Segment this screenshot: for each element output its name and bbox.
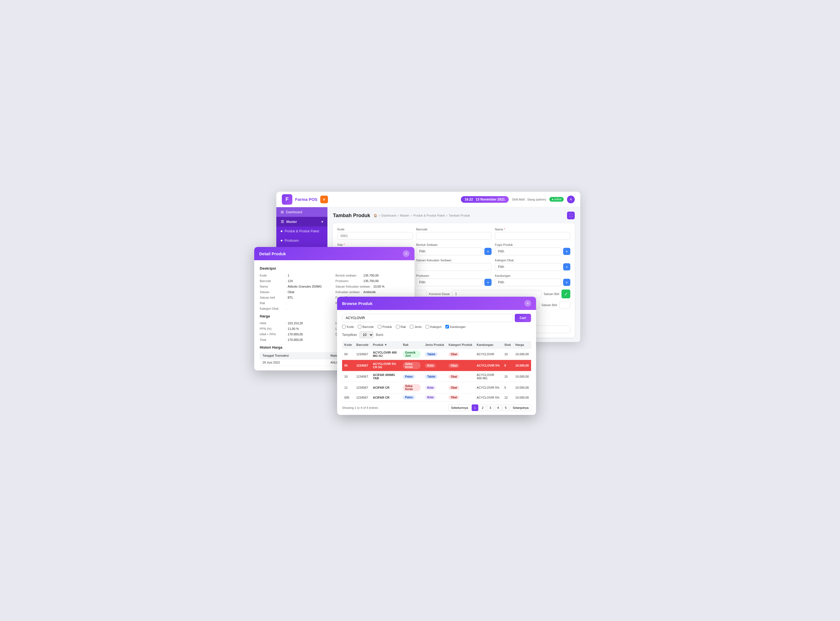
confirm-satuan-button[interactable]: ✓ bbox=[561, 289, 570, 298]
browse-modal-close-button[interactable]: × bbox=[525, 300, 531, 307]
barcode-input[interactable] bbox=[416, 232, 491, 240]
prev-page-button[interactable]: Sebelumnya bbox=[449, 404, 470, 411]
page-5-button[interactable]: 5 bbox=[503, 404, 509, 411]
satuan-kekuatan-detail-val: 10,00 % bbox=[373, 285, 384, 288]
browse-search-input[interactable] bbox=[342, 314, 512, 322]
filter-jenis[interactable]: Jenis bbox=[410, 325, 422, 329]
kekuatan-detail-key: Kekuatan sediaan bbox=[335, 290, 360, 294]
tampilkan-select[interactable]: 10 25 50 bbox=[359, 331, 374, 338]
detail-modal-close-button[interactable]: × bbox=[403, 250, 409, 257]
ppn-detail-val: 11,00 % bbox=[288, 327, 299, 330]
page-2-button[interactable]: 2 bbox=[479, 404, 486, 411]
tampilkan-row: Tampilkan 10 25 50 Baris bbox=[342, 331, 531, 338]
cari-button[interactable]: Cari bbox=[515, 314, 531, 322]
cell-kode: 11 bbox=[342, 382, 354, 393]
cell-barcode: 1234567 bbox=[354, 382, 371, 393]
cell-stok: 15 bbox=[502, 371, 513, 382]
close-window-button[interactable]: × bbox=[320, 195, 328, 203]
sidebar-item-dashboard[interactable]: ⊞ Dashboard bbox=[276, 207, 328, 217]
fungsi-produk-select[interactable]: Pilih bbox=[495, 247, 561, 255]
search-row: Cari bbox=[342, 314, 531, 322]
kandungan-select[interactable]: Pilih bbox=[495, 279, 561, 286]
satuan-kekuatan-label: Satuan Kekuatan Sediaan bbox=[416, 259, 491, 262]
satuan-kekuatan-input[interactable] bbox=[416, 263, 491, 271]
nama-detail-row: Nama : Abbotic Granules 250MG bbox=[260, 284, 333, 289]
expand-button[interactable]: ⛶ bbox=[567, 212, 575, 219]
hna-detail-row: HNA : 153.153,20 bbox=[260, 321, 333, 326]
ppn-detail-key: PPN (%) bbox=[260, 327, 285, 330]
kandungan-label: Kandungan bbox=[495, 274, 570, 277]
produsen-select[interactable]: Pilih bbox=[416, 279, 483, 286]
table-row[interactable]: 04 1234567 ACYCLOVIR 400 MG HJ Generik J… bbox=[342, 348, 531, 360]
col-jenis: Jenis Produk bbox=[423, 341, 446, 348]
nama-input[interactable] bbox=[495, 232, 570, 240]
cell-jenis: Tablet bbox=[423, 348, 446, 360]
filter-kode[interactable]: Kode bbox=[342, 325, 354, 329]
filter-kategori-checkbox[interactable] bbox=[426, 325, 429, 329]
fungsi-select-wrapper: Pilih + bbox=[495, 247, 570, 255]
cell-produk: ACIFAR CR bbox=[371, 393, 401, 402]
satuan-beli-label: Satuan Beli bbox=[544, 292, 559, 295]
cell-jenis: Krim bbox=[423, 393, 446, 402]
filter-kategori[interactable]: Kategori bbox=[426, 325, 441, 329]
satuan-beli-input[interactable] bbox=[559, 301, 570, 309]
cell-kategori: Obat bbox=[446, 348, 475, 360]
cell-harga: 10.000,00 bbox=[513, 348, 531, 360]
cell-barcode: 1234567 bbox=[354, 360, 371, 371]
filter-jenis-checkbox[interactable] bbox=[410, 325, 413, 329]
kandungan-group: Kandungan Pilih + bbox=[495, 274, 570, 286]
next-page-button[interactable]: Selanjutnya bbox=[510, 404, 531, 411]
filter-barcode[interactable]: Barcode bbox=[358, 325, 374, 329]
filter-kode-checkbox[interactable] bbox=[342, 325, 346, 329]
rak-label: Rak * bbox=[337, 243, 413, 247]
baris-label: Baris bbox=[376, 333, 383, 337]
col-rak: Rak bbox=[401, 341, 423, 348]
histori-tanggal: 29 Juni 2022 bbox=[260, 359, 328, 366]
produsen-group: Produsen Pilih + bbox=[416, 274, 491, 286]
cell-stok: 5 bbox=[502, 382, 513, 393]
bentuk-detail-row: Bentuk sediaan : 135.700,00 bbox=[335, 273, 409, 278]
bentuk-add-button[interactable]: + bbox=[484, 248, 491, 255]
kandungan-add-button[interactable]: + bbox=[563, 279, 570, 286]
filter-barcode-checkbox[interactable] bbox=[358, 325, 361, 329]
table-row[interactable]: 005 1234567 ACIFAR CR Paten Krim Obat AC… bbox=[342, 393, 531, 402]
table-row[interactable]: 05 1234567 ACYCLOVIR 5% CR 5G Salep Kera… bbox=[342, 360, 531, 371]
produsen-add-button[interactable]: + bbox=[484, 279, 491, 286]
cell-barcode: 1234567 bbox=[354, 393, 371, 402]
satuan-detail-val: Obat bbox=[288, 290, 294, 294]
filter-produk[interactable]: Produk bbox=[378, 325, 392, 329]
bentuk-detail-val: 135.700,00 bbox=[363, 274, 379, 277]
logo-text: Farma POS bbox=[295, 197, 317, 202]
kategori-add-button[interactable]: + bbox=[563, 263, 570, 270]
cell-produk: ACYCLOVIR 5% CR 5G bbox=[371, 360, 401, 371]
table-row[interactable]: 10 1234567 ACIFAR 400MG TAB Paten Tablet… bbox=[342, 371, 531, 382]
page-4-button[interactable]: 4 bbox=[495, 404, 502, 411]
kode-detail-val: 1 bbox=[288, 274, 289, 277]
online-badge: ● online bbox=[549, 197, 564, 201]
page-3-button[interactable]: 3 bbox=[487, 404, 494, 411]
kode-input[interactable] bbox=[337, 232, 413, 240]
page-1-button[interactable]: 1 bbox=[472, 404, 478, 411]
produsen-detail-val: 135.700,00 bbox=[363, 279, 379, 283]
table-row[interactable]: 11 1234567 ACIFAR CR Salep Keras Krim Ob… bbox=[342, 382, 531, 393]
sidebar-item-master[interactable]: ☰ Master ▾ bbox=[276, 217, 328, 227]
cell-kode: 10 bbox=[342, 371, 354, 382]
cell-produk: ACIFAR 400MG TAB bbox=[371, 371, 401, 382]
sidebar-item-produsen[interactable]: Produsen bbox=[276, 236, 328, 245]
fungsi-add-button[interactable]: + bbox=[563, 248, 570, 255]
filter-produk-checkbox[interactable] bbox=[378, 325, 381, 329]
kategori-obat-select[interactable]: Pilih bbox=[495, 263, 561, 271]
filter-kandungan[interactable]: Kandungan bbox=[446, 325, 465, 329]
top-bar: F Farma POS × 16.22 13 November 2021 Shi… bbox=[276, 192, 580, 207]
filter-kandungan-checkbox[interactable] bbox=[446, 325, 449, 329]
filter-rak-checkbox[interactable] bbox=[396, 325, 400, 329]
logo-area: F Farma POS × bbox=[282, 194, 328, 205]
bentuk-sediaan-select[interactable]: Pilih bbox=[416, 247, 483, 255]
cell-rak: Generik Jovi bbox=[401, 348, 423, 360]
sidebar-item-produk-paket[interactable]: Produk & Produk Paket bbox=[276, 227, 328, 236]
browse-modal-header: Browse Produk × bbox=[337, 297, 536, 310]
barcode-detail-val: 124 bbox=[288, 279, 293, 283]
filter-rak[interactable]: Rak bbox=[396, 325, 406, 329]
nama-detail-val: Abbotic Granules 250MG bbox=[288, 285, 322, 288]
cell-stok: 12 bbox=[502, 393, 513, 402]
